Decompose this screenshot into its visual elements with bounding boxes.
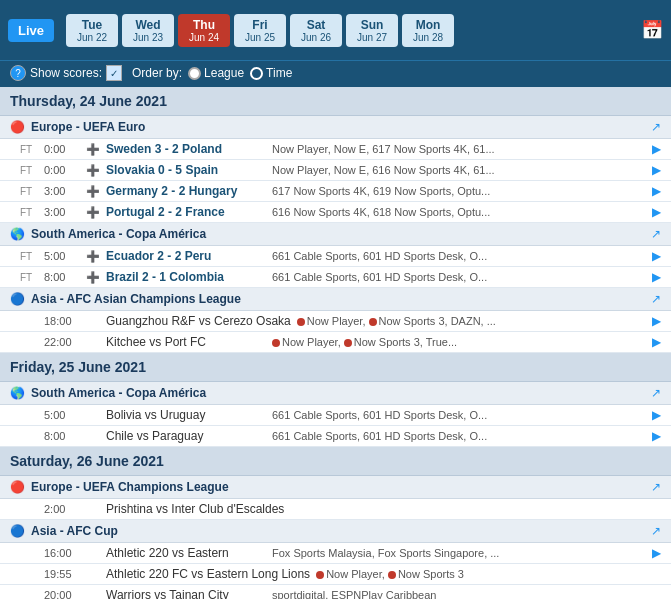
match-name: Germany 2 - 2 Hungary [106, 184, 266, 198]
match-arrow-icon[interactable]: ▶ [652, 163, 661, 177]
match-row[interactable]: 8:00Chile vs Paraguay661 Cable Sports, 6… [0, 426, 671, 447]
match-channels: 617 Now Sports 4K, 619 Now Sports, Optu.… [272, 185, 646, 197]
show-scores-label: Show scores: [30, 66, 102, 80]
match-name: Athletic 220 vs Eastern [106, 546, 266, 560]
league-name: South America - Copa América [31, 227, 645, 241]
league-region-icon: 🔴 [10, 120, 25, 134]
match-channels: 616 Now Sports 4K, 618 Now Sports, Optu.… [272, 206, 646, 218]
match-name: Brazil 2 - 1 Colombia [106, 270, 266, 284]
match-name: Ecuador 2 - 2 Peru [106, 249, 266, 263]
match-arrow-icon[interactable]: ▶ [652, 184, 661, 198]
day-tab-fri[interactable]: FriJun 25 [234, 14, 286, 47]
league-header: 🔴Europe - UEFA Champions League↗ [0, 476, 671, 499]
day-tab-mon[interactable]: MonJun 28 [402, 14, 454, 47]
match-status: FT [20, 272, 38, 283]
match-row[interactable]: FT3:00➕Portugal 2 - 2 France616 Now Spor… [0, 202, 671, 223]
match-arrow-icon[interactable]: ▶ [652, 142, 661, 156]
league-region-icon: 🌎 [10, 227, 25, 241]
league-radio-circle [188, 67, 201, 80]
external-link-icon[interactable]: ↗ [651, 227, 661, 241]
day-tab-sun[interactable]: SunJun 27 [346, 14, 398, 47]
match-arrow-icon[interactable]: ▶ [652, 270, 661, 284]
match-time: 2:00 [44, 503, 80, 515]
league-name: Europe - UEFA Euro [31, 120, 645, 134]
match-row[interactable]: FT0:00➕Sweden 3 - 2 PolandNow Player, No… [0, 139, 671, 160]
match-time: 16:00 [44, 547, 80, 559]
calendar-icon[interactable]: 📅 [641, 19, 663, 41]
match-row[interactable]: 18:00Guangzhou R&F vs Cerezo OsakaNow Pl… [0, 311, 671, 332]
match-row[interactable]: 16:00Athletic 220 vs EasternFox Sports M… [0, 543, 671, 564]
date-header: Saturday, 26 June 2021 [0, 447, 671, 476]
match-time: 8:00 [44, 430, 80, 442]
match-arrow-icon[interactable]: ▶ [652, 546, 661, 560]
match-name: Warriors vs Tainan City [106, 588, 266, 599]
match-status: FT [20, 144, 38, 155]
score-icon: ➕ [86, 185, 100, 198]
match-status: FT [20, 165, 38, 176]
time-radio[interactable]: Time [250, 66, 292, 80]
match-arrow-icon[interactable]: ▶ [652, 249, 661, 263]
match-row[interactable]: FT8:00➕Brazil 2 - 1 Colombia661 Cable Sp… [0, 267, 671, 288]
day-tab-wed[interactable]: WedJun 23 [122, 14, 174, 47]
external-link-icon[interactable]: ↗ [651, 292, 661, 306]
date-header: Friday, 25 June 2021 [0, 353, 671, 382]
app-container: Live TueJun 22WedJun 23ThuJun 24FriJun 2… [0, 0, 671, 599]
external-link-icon[interactable]: ↗ [651, 524, 661, 538]
match-row[interactable]: 19:55Athletic 220 FC vs Eastern Long Lio… [0, 564, 671, 585]
match-arrow-icon[interactable]: ▶ [652, 314, 661, 328]
match-name: Portugal 2 - 2 France [106, 205, 266, 219]
league-region-icon: 🔴 [10, 480, 25, 494]
day-tab-tue[interactable]: TueJun 22 [66, 14, 118, 47]
match-arrow-icon[interactable]: ▶ [652, 205, 661, 219]
league-name: Asia - AFC Asian Champions League [31, 292, 645, 306]
question-icon: ? [10, 65, 26, 81]
date-header: Thursday, 24 June 2021 [0, 87, 671, 116]
score-icon: ➕ [86, 206, 100, 219]
match-arrow-icon[interactable]: ▶ [652, 335, 661, 349]
red-dot-icon [344, 339, 352, 347]
match-status: FT [20, 251, 38, 262]
league-header: 🔴Europe - UEFA Euro↗ [0, 116, 671, 139]
league-radio[interactable]: League [188, 66, 244, 80]
show-scores-checkbox[interactable]: ✓ [106, 65, 122, 81]
match-channels: Now Player, Now Sports 3 [316, 568, 661, 580]
match-row[interactable]: FT3:00➕Germany 2 - 2 Hungary617 Now Spor… [0, 181, 671, 202]
toolbar: ? Show scores: ✓ Order by: League Time [0, 60, 671, 87]
match-time: 20:00 [44, 589, 80, 599]
day-tab-sat[interactable]: SatJun 26 [290, 14, 342, 47]
match-name: Slovakia 0 - 5 Spain [106, 163, 266, 177]
match-time: 5:00 [44, 409, 80, 421]
league-radio-label: League [204, 66, 244, 80]
match-row[interactable]: 2:00Prishtina vs Inter Club d'Escaldes [0, 499, 671, 520]
match-name: Prishtina vs Inter Club d'Escaldes [106, 502, 284, 516]
score-icon: ➕ [86, 250, 100, 263]
match-row[interactable]: FT0:00➕Slovakia 0 - 5 SpainNow Player, N… [0, 160, 671, 181]
main-content: Thursday, 24 June 2021🔴Europe - UEFA Eur… [0, 87, 671, 599]
match-channels: Now Player, Now Sports 3, True... [272, 336, 646, 348]
match-arrow-icon[interactable]: ▶ [652, 429, 661, 443]
match-row[interactable]: 20:00Warriors vs Tainan Citysportdigital… [0, 585, 671, 599]
day-tab-thu[interactable]: ThuJun 24 [178, 14, 230, 47]
match-row[interactable]: FT5:00➕Ecuador 2 - 2 Peru661 Cable Sport… [0, 246, 671, 267]
match-row[interactable]: 22:00Kitchee vs Port FCNow Player, Now S… [0, 332, 671, 353]
league-header: 🔵Asia - AFC Cup↗ [0, 520, 671, 543]
day-tabs: TueJun 22WedJun 23ThuJun 24FriJun 25SatJ… [66, 14, 635, 47]
match-channels: sportdigital, ESPNPlay Caribbean [272, 589, 661, 599]
order-by-label: Order by: [132, 66, 182, 80]
red-dot-icon [297, 318, 305, 326]
external-link-icon[interactable]: ↗ [651, 120, 661, 134]
external-link-icon[interactable]: ↗ [651, 480, 661, 494]
league-name: Europe - UEFA Champions League [31, 480, 645, 494]
league-header: 🌎South America - Copa América↗ [0, 223, 671, 246]
match-time: 3:00 [44, 185, 80, 197]
external-link-icon[interactable]: ↗ [651, 386, 661, 400]
match-status: FT [20, 186, 38, 197]
match-channels: 661 Cable Sports, 601 HD Sports Desk, O.… [272, 409, 646, 421]
match-row[interactable]: 5:00Bolivia vs Uruguay661 Cable Sports, … [0, 405, 671, 426]
match-status: FT [20, 207, 38, 218]
match-arrow-icon[interactable]: ▶ [652, 408, 661, 422]
red-dot-icon [388, 571, 396, 579]
match-time: 22:00 [44, 336, 80, 348]
match-channels: Fox Sports Malaysia, Fox Sports Singapor… [272, 547, 646, 559]
match-name: Kitchee vs Port FC [106, 335, 266, 349]
